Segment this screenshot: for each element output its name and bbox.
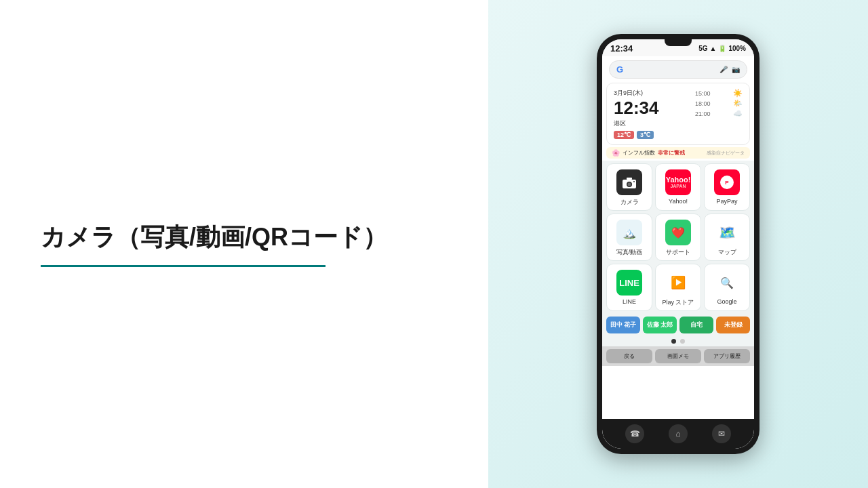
app-photos-label: 写真/動画 (616, 248, 643, 257)
weather-forecast: 15:00 ☀️ 18:00 🌤️ 21:00 ☁️ (695, 89, 743, 139)
left-content-area: カメラ（写真/動画/QRコード） (0, 0, 488, 488)
forecast-time-2: 18:00 (695, 100, 711, 107)
support-icon-wrap: ❤️ (665, 220, 691, 245)
map-icon: 🗺️ (719, 224, 736, 241)
forecast-row-3: 21:00 ☁️ (695, 109, 743, 118)
forecast-time-3: 21:00 (695, 110, 711, 117)
playstore-icon: ▶️ (671, 275, 686, 290)
app-maps-label: マップ (718, 248, 736, 257)
network-indicator: 5G (698, 45, 707, 52)
back-button[interactable]: 戻る (606, 349, 652, 363)
app-line[interactable]: LINE LINE (606, 264, 652, 311)
app-history-label: アプリ履歴 (713, 353, 741, 359)
app-google[interactable]: 🔍 Google (704, 264, 750, 311)
weather-date: 3月9日(木) (614, 89, 690, 98)
forecast-icon-1: ☀️ (733, 89, 743, 98)
phone-mockup: 12:34 5G ▲ 🔋 100% G 🎤 (597, 34, 760, 454)
search-input-field[interactable]: G 🎤 📷 (609, 60, 747, 79)
influ-status: 非常に警戒 (658, 149, 685, 157)
app-history-button[interactable]: アプリ履歴 (704, 349, 750, 363)
app-google-label: Google (717, 298, 736, 305)
weather-temps: 12℃ 3℃ (614, 131, 690, 139)
forecast-icon-2: 🌤️ (733, 99, 743, 108)
nav-home-icon: ⌂ (675, 429, 680, 439)
contact-tanaka-label: 田中 花子 (610, 321, 637, 328)
svg-rect-3 (627, 178, 632, 180)
temp-low: 3℃ (637, 131, 654, 139)
dot-1 (671, 339, 676, 344)
status-time: 12:34 (610, 43, 633, 54)
contact-unregistered-label: 未登録 (724, 321, 743, 328)
yahoo-icon-wrap: Yahoo! JAPAN (665, 169, 691, 195)
title-underline (41, 265, 326, 267)
camera-icon-wrap (616, 169, 642, 195)
contact-home[interactable]: 自宅 (679, 317, 713, 333)
line-icon-wrap: LINE (616, 270, 642, 296)
page-title: カメラ（写真/動画/QRコード） (41, 221, 448, 254)
bottom-toolbar: 戻る 画面メモ アプリ履歴 (602, 346, 754, 366)
line-icon-text: LINE (619, 278, 639, 288)
battery-percent: 100% (728, 45, 746, 52)
contacts-row: 田中 花子 佐藤 太郎 自宅 未登録 (602, 314, 754, 336)
paypay-logo: P (720, 176, 734, 189)
system-nav-bar: ☎ ⌂ ✉ (602, 419, 754, 449)
photo-icon-wrap: 🏔️ (616, 220, 642, 245)
paypay-circle: P (720, 176, 734, 189)
photo-icon: 🏔️ (623, 226, 636, 239)
weather-widget: 3月9日(木) 12:34 港区 12℃ 3℃ 15:00 ☀️ (606, 83, 750, 145)
app-camera-label: カメラ (620, 198, 639, 207)
app-maps[interactable]: 🗺️ マップ (704, 214, 750, 261)
screen-content: G 🎤 📷 3月9日(木) 12:34 港区 12℃ (602, 56, 754, 419)
temp-high: 12℃ (614, 131, 634, 139)
app-grid: カメラ Yahoo! JAPAN Yahoo! (602, 161, 754, 314)
svg-point-4 (633, 181, 635, 182)
paypay-p-letter: P (725, 180, 728, 186)
weather-left-panel: 3月9日(木) 12:34 港区 12℃ 3℃ (614, 89, 690, 139)
map-icon-wrap: 🗺️ (714, 220, 740, 245)
influ-row: 🌸 インフル指数 非常に警戒 感染症ナビゲータ (606, 147, 750, 159)
page-dots (602, 336, 754, 346)
svg-point-2 (628, 183, 631, 186)
app-photos[interactable]: 🏔️ 写真/動画 (606, 214, 652, 261)
screen-memo-label: 画面メモ (667, 353, 689, 359)
contact-tanaka[interactable]: 田中 花子 (606, 317, 640, 333)
google-logo: G (616, 64, 623, 75)
lens-icon[interactable]: 📷 (732, 66, 740, 73)
google-app-icon: 🔍 (720, 277, 734, 289)
right-background-area: 12:34 5G ▲ 🔋 100% G 🎤 (488, 0, 868, 488)
weather-clock: 12:34 (614, 99, 690, 117)
playstore-icon-wrap: ▶️ (665, 270, 691, 296)
screen-memo-button[interactable]: 画面メモ (655, 349, 701, 363)
nav-mail-button[interactable]: ✉ (712, 424, 731, 443)
influ-label: インフル指数 (623, 149, 655, 157)
forecast-icon-3: ☁️ (733, 109, 743, 118)
app-playstore-label: Play ストア (662, 298, 694, 307)
weather-location: 港区 (614, 119, 690, 128)
forecast-time-1: 15:00 (695, 90, 711, 97)
app-support[interactable]: ❤️ サポート (655, 214, 701, 261)
contact-sato-label: 佐藤 太郎 (647, 321, 673, 328)
battery-icon: 🔋 (718, 45, 726, 52)
support-icon: ❤️ (671, 226, 685, 239)
nav-mail-icon: ✉ (718, 429, 725, 439)
contact-unregistered[interactable]: 未登録 (716, 317, 750, 333)
paypay-icon-wrap: P (714, 169, 740, 195)
forecast-row-1: 15:00 ☀️ (695, 89, 743, 98)
contact-sato[interactable]: 佐藤 太郎 (643, 317, 677, 333)
search-bar[interactable]: G 🎤 📷 (602, 56, 754, 83)
yahoo-logo-text: Yahoo! JAPAN (666, 176, 691, 189)
mic-icon[interactable]: 🎤 (719, 66, 728, 73)
camera-icon (622, 176, 637, 188)
app-camera[interactable]: カメラ (606, 163, 652, 211)
app-paypay[interactable]: P PayPay (704, 163, 750, 211)
app-playstore[interactable]: ▶️ Play ストア (655, 264, 701, 311)
app-yahoo[interactable]: Yahoo! JAPAN Yahoo! (655, 163, 701, 211)
app-support-label: サポート (666, 248, 690, 257)
nav-phone-button[interactable]: ☎ (625, 424, 644, 443)
nav-phone-icon: ☎ (630, 429, 640, 439)
app-line-label: LINE (623, 298, 636, 305)
contact-home-label: 自宅 (690, 321, 703, 328)
back-label: 戻る (624, 353, 635, 359)
nav-home-button[interactable]: ⌂ (669, 424, 688, 443)
influ-dot-icon: 🌸 (612, 149, 620, 157)
